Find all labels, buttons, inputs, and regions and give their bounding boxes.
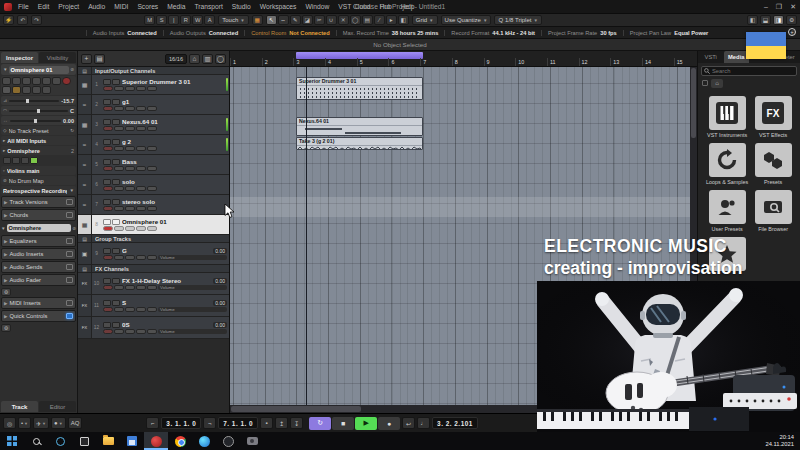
edit-channel-button[interactable] <box>12 86 21 94</box>
record-enable-button[interactable] <box>103 307 113 312</box>
eq-state-button[interactable] <box>147 166 157 171</box>
media-tile-loops-samples[interactable]: Loops & Samples <box>706 143 748 185</box>
left-locator-icon[interactable]: ⌐ <box>146 417 159 429</box>
setup-window-layout-button[interactable]: ⚙ <box>786 15 797 25</box>
media-tile-file-browser[interactable]: File Browser <box>754 190 792 232</box>
solo-button[interactable] <box>112 219 120 225</box>
home-icon[interactable]: ⌂ <box>189 54 200 64</box>
inspector-section[interactable]: ▶ Chords <box>1 209 76 221</box>
minimize-button[interactable]: – <box>764 0 768 13</box>
inserts-state-button[interactable] <box>136 126 146 131</box>
track-row[interactable]: ▦ 8 Omnisphere 01 <box>78 215 229 235</box>
inserts-state-button[interactable] <box>136 255 146 260</box>
tool-button[interactable]: ↖ <box>266 15 277 25</box>
mute-button[interactable] <box>103 179 111 185</box>
audio-clip[interactable]: Take 3 (g 2 01) <box>296 137 423 150</box>
record-enable-button[interactable] <box>103 86 113 91</box>
menu-item[interactable]: File <box>14 1 33 12</box>
media-tile-user-presets[interactable]: User Presets <box>706 190 748 232</box>
inspector-button[interactable] <box>2 77 11 85</box>
edit-channel-button[interactable] <box>125 206 135 211</box>
track-row[interactable]: ≈ 2 g1 <box>78 95 229 115</box>
pan-row[interactable]: ◠ C <box>1 106 76 115</box>
menu-item[interactable]: Window <box>301 1 333 12</box>
edit-channel-button[interactable] <box>125 126 135 131</box>
tool-button[interactable]: ⇔ <box>278 15 289 25</box>
mute-button[interactable] <box>103 199 111 205</box>
edit-channel-button[interactable] <box>125 307 135 312</box>
track-gain-value[interactable]: 0.00 <box>213 248 227 254</box>
edit-channel-button[interactable] <box>125 255 135 260</box>
snap-type-dropdown[interactable]: Grid▼ <box>412 15 438 25</box>
scrollbar-thumb[interactable] <box>691 68 696 138</box>
edge-button[interactable] <box>192 432 216 450</box>
eq-state-button[interactable] <box>147 126 157 131</box>
bottom-tab[interactable]: Editor <box>39 401 76 412</box>
status-segment[interactable]: Project Frame Rate 30 fps <box>541 30 623 36</box>
midi-clip[interactable]: Superior Drummer 3 01 <box>296 77 423 100</box>
cortana-button[interactable] <box>48 432 72 450</box>
tool-button[interactable]: ▸ <box>386 15 397 25</box>
right-locator-value[interactable]: 7. 1. 1. 0 <box>218 417 258 429</box>
layout-left-zone-button[interactable]: ◧ <box>747 15 758 25</box>
track-row[interactable]: ≈ 5 Bass <box>78 155 229 175</box>
eq-state-button[interactable] <box>147 255 157 260</box>
status-segment[interactable]: Control Room Not Connected <box>244 30 336 36</box>
inspector-button[interactable] <box>32 86 41 94</box>
tool-button[interactable]: ✕ <box>338 15 349 25</box>
record-enable-button[interactable] <box>103 106 113 111</box>
inspector-section[interactable]: ▶ Quick Controls <box>1 310 76 322</box>
delay-row[interactable]: ↔ 0.00 <box>1 116 76 125</box>
tool-button[interactable]: ∪ <box>326 15 337 25</box>
mute-button[interactable] <box>103 248 111 254</box>
chrome-button[interactable] <box>168 432 192 450</box>
record-enable-button[interactable] <box>103 285 113 290</box>
track-row[interactable]: ▤ FX Channels <box>78 265 229 273</box>
edit-channel-button[interactable] <box>125 226 135 231</box>
quantize-mode-dropdown[interactable]: Use Quantize▼ <box>441 15 492 25</box>
edit-channel-button[interactable] <box>125 285 135 290</box>
inspector-tab[interactable]: Visibility <box>39 52 76 63</box>
record-enable-button[interactable] <box>103 255 113 260</box>
maximize-button[interactable]: ❐ <box>776 0 782 13</box>
punch-in-button[interactable]: ↥ <box>275 417 288 429</box>
menu-item[interactable]: MIDI <box>110 1 132 12</box>
inspector-button[interactable] <box>22 77 31 85</box>
track-row[interactable]: ▤ Group Tracks <box>78 235 229 243</box>
camera-app-button[interactable] <box>240 432 264 450</box>
taskbar-clock[interactable]: 20:14 24.11.2021 <box>765 434 800 448</box>
track-row[interactable]: ▦ 3 Nexus.64 01 <box>78 115 229 135</box>
monitor-button[interactable] <box>114 146 124 151</box>
midi-clip[interactable]: Nexus.64 01 <box>296 117 423 136</box>
track-row[interactable]: ▦ 1 Superior Drummer 3 01 <box>78 75 229 95</box>
mute-button[interactable] <box>103 139 111 145</box>
edit-channel-button[interactable] <box>125 166 135 171</box>
right-locator-icon[interactable]: ¬ <box>203 417 216 429</box>
mute-button[interactable] <box>103 99 111 105</box>
punch-lock-button[interactable]: ▪ <box>260 417 273 429</box>
automation-state-button[interactable]: A <box>204 15 215 25</box>
status-segment[interactable]: Audio Outputs Connected <box>163 30 244 36</box>
status-segment[interactable]: Audio Inputs Connected <box>86 30 163 36</box>
inspector-track-header[interactable]: ▼ Omnisphere 01 ⊘ <box>1 64 76 75</box>
file-explorer-button[interactable] <box>96 432 120 450</box>
tool-button[interactable]: ▤ <box>362 15 373 25</box>
record-enable-button[interactable] <box>103 126 113 131</box>
solo-button[interactable] <box>112 199 120 205</box>
track-gain-value[interactable]: 0.00 <box>213 322 227 328</box>
expression-map-row[interactable]: ▫ Violins main <box>1 166 76 175</box>
eq-state-button[interactable] <box>147 186 157 191</box>
bank-icon[interactable] <box>12 157 20 164</box>
list-icon[interactable]: ▥ <box>202 54 213 64</box>
monitor-button[interactable] <box>114 166 124 171</box>
solo-button[interactable] <box>112 278 120 284</box>
input-routing-row[interactable]: ▸ All MIDI Inputs <box>1 136 76 145</box>
instrument-slot-value[interactable]: Omnisphere <box>7 224 72 232</box>
track-row[interactable]: ≈ 6 solo <box>78 175 229 195</box>
record-enable-button[interactable] <box>103 146 113 151</box>
eq-state-button[interactable] <box>147 329 157 334</box>
search-input[interactable] <box>712 68 794 74</box>
cycle-button[interactable]: ↻ <box>309 417 331 430</box>
taskbar-search-button[interactable] <box>24 432 48 450</box>
menu-item[interactable]: Audio <box>84 1 109 12</box>
